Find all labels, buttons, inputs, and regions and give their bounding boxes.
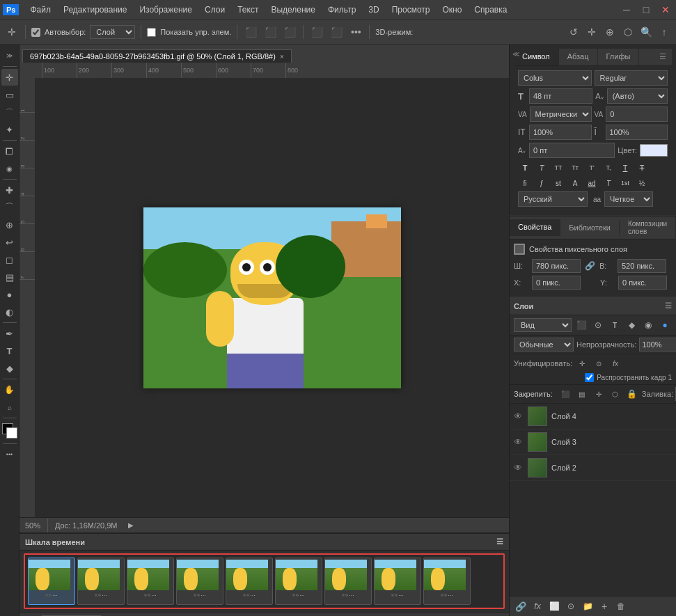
font-size-input[interactable] <box>529 88 592 104</box>
arrange-icon[interactable]: ⬡ <box>620 24 636 40</box>
leading-select[interactable]: (Авто) <box>607 88 668 104</box>
add-mask-icon[interactable]: ⬜ <box>547 599 561 613</box>
share-icon[interactable]: ↑ <box>657 24 672 40</box>
layers-filter-text-icon[interactable]: T <box>608 318 622 332</box>
blur-tool[interactable]: ● <box>1 286 18 303</box>
lock-artboard-icon[interactable]: ⬡ <box>608 387 622 401</box>
background-color[interactable] <box>6 427 17 439</box>
clone-tool[interactable]: ⊕ <box>1 216 18 233</box>
align-center-icon[interactable]: ⬛ <box>262 24 278 40</box>
new-adjustment-icon[interactable]: ⊙ <box>564 599 578 613</box>
layers-filter-pixel-icon[interactable]: ⬛ <box>574 318 588 332</box>
layers-filter-smartobj-icon[interactable]: ◉ <box>641 318 655 332</box>
lock-pixel-icon[interactable]: ⬛ <box>558 387 572 401</box>
layers-filter-shape-icon[interactable]: ◆ <box>624 318 638 332</box>
pen-tool[interactable]: ✒ <box>1 325 18 342</box>
ordinal-btn[interactable]: 1st <box>618 176 632 190</box>
y-input[interactable] <box>618 276 667 290</box>
unify-style-icon[interactable]: ⊙ <box>592 356 606 370</box>
link-dimensions-icon[interactable]: 🔗 <box>585 261 595 271</box>
x-input[interactable] <box>532 276 581 290</box>
layers-filter-toggle-icon[interactable]: ● <box>658 318 672 332</box>
lock-move-icon[interactable]: ✛ <box>592 387 606 401</box>
unify-pos-icon[interactable]: ✛ <box>575 356 589 370</box>
document-tab[interactable]: 697b023b-64a5-49a0-8059-27b963453fb1.gif… <box>22 49 292 63</box>
text-tool[interactable]: T <box>1 342 18 359</box>
timeline-frame-1[interactable]: 1 ··· <box>28 558 75 605</box>
align-right-icon[interactable]: ⬛ <box>282 24 297 40</box>
antialias-select[interactable]: Четкое Сильное Плавное <box>604 191 653 207</box>
timeline-frame-6[interactable]: 6 ··· <box>275 558 322 605</box>
maximize-button[interactable]: □ <box>638 2 654 17</box>
tab-libraries[interactable]: Библиотеки <box>560 220 620 235</box>
tab-close-icon[interactable]: × <box>280 53 284 61</box>
brush-tool[interactable]: ⌒ <box>1 199 18 216</box>
menu-view[interactable]: Просмотр <box>386 3 436 17</box>
autoselect-select[interactable]: Слой Группа <box>90 25 135 39</box>
ad-btn[interactable]: ad <box>585 176 599 190</box>
show-controls-checkbox[interactable] <box>147 28 156 37</box>
tab-layer-comps[interactable]: Композиции слоев <box>620 216 676 239</box>
tab-paragraph[interactable]: Абзац <box>559 49 598 65</box>
bold-style-btn[interactable]: T <box>518 161 532 175</box>
distribute-center-icon[interactable]: ⬛ <box>329 24 344 40</box>
menu-filter[interactable]: Фильтр <box>322 3 361 17</box>
timeline-frame-9[interactable]: 9 ··· <box>423 558 471 605</box>
discretionary-btn[interactable]: A <box>568 176 582 190</box>
magic-wand-tool[interactable]: ✦ <box>1 121 18 138</box>
smallcaps-style-btn[interactable]: Tт <box>568 161 582 175</box>
font-family-select[interactable]: Colus <box>518 70 592 86</box>
vscale-input[interactable] <box>606 125 668 140</box>
baseline-input[interactable] <box>529 143 615 158</box>
layer-item-0[interactable]: 👁 Слой 4 <box>510 404 676 429</box>
underline-style-btn[interactable]: T <box>618 161 632 175</box>
3d-pan-icon[interactable]: ✛ <box>584 24 599 40</box>
hand-tool[interactable]: ✋ <box>1 381 18 398</box>
lasso-tool[interactable]: ⌒ <box>1 104 18 120</box>
lock-all-icon[interactable]: 🔒 <box>625 387 639 401</box>
unify-fx-icon[interactable]: fx <box>608 356 622 370</box>
align-left-icon[interactable]: ⬛ <box>243 24 258 40</box>
3d-rotate-icon[interactable]: ↺ <box>566 24 581 40</box>
timeline-menu-icon[interactable]: ☰ <box>496 537 503 546</box>
allcaps-style-btn[interactable]: TT <box>551 161 565 175</box>
old-style-btn[interactable]: st <box>551 176 565 190</box>
layer-item-1[interactable]: 👁 Слой 3 <box>510 429 676 455</box>
italic-style-btn[interactable]: T <box>535 161 549 175</box>
layer-item-2[interactable]: 👁 Слой 2 <box>510 455 676 481</box>
superscript-style-btn[interactable]: T' <box>585 161 599 175</box>
select-rect-tool[interactable]: ▭ <box>1 86 18 103</box>
ligature-st-btn[interactable]: ƒ <box>535 176 549 190</box>
width-input[interactable] <box>532 259 581 273</box>
crop-tool[interactable]: ⧠ <box>1 143 18 159</box>
timeline-frame-4[interactable]: 4 ··· <box>176 558 223 605</box>
new-layer-icon[interactable]: + <box>597 599 611 613</box>
color-swatches[interactable] <box>2 423 17 439</box>
zoom-icon-toolbar[interactable]: 🔍 <box>638 24 654 40</box>
kerning-input[interactable] <box>606 106 668 122</box>
more-options-icon[interactable]: ••• <box>348 24 363 40</box>
blend-mode-select[interactable]: Обычные Умножение Экран <box>514 338 574 352</box>
eyedropper-tool[interactable]: ◉ <box>1 160 18 177</box>
layers-filter-select[interactable]: Вид Имя Эффект <box>514 318 572 332</box>
timeline-frame-2[interactable]: 2 ··· <box>77 558 125 605</box>
menu-text[interactable]: Текст <box>232 3 264 17</box>
layer-eye-icon[interactable]: 👁 <box>514 411 522 421</box>
menu-file[interactable]: Файл <box>24 3 56 17</box>
timeline-frame-3[interactable]: 3 ··· <box>127 558 174 605</box>
status-arrow-icon[interactable]: ▶ <box>123 518 139 533</box>
character-panel-menu-icon[interactable]: ☰ <box>654 49 672 65</box>
height-input[interactable] <box>618 259 666 273</box>
menu-window[interactable]: Окно <box>437 3 467 17</box>
menu-3d[interactable]: 3D <box>363 3 384 17</box>
layers-filter-adjust-icon[interactable]: ⊙ <box>591 318 605 332</box>
tab-glyphs[interactable]: Глифы <box>598 49 640 65</box>
history-brush-tool[interactable]: ↩ <box>1 234 18 251</box>
menu-help[interactable]: Справка <box>469 3 512 17</box>
panel-expand-icon[interactable]: ≪ <box>510 47 522 60</box>
timeline-frame-7[interactable]: 7 ··· <box>324 558 372 605</box>
extra-tool[interactable]: ••• <box>1 446 18 463</box>
timeline-frame-5[interactable]: 5 ··· <box>226 558 273 605</box>
expand-tools-icon[interactable]: ≫ <box>1 47 18 64</box>
new-group-icon[interactable]: 📁 <box>581 599 595 613</box>
